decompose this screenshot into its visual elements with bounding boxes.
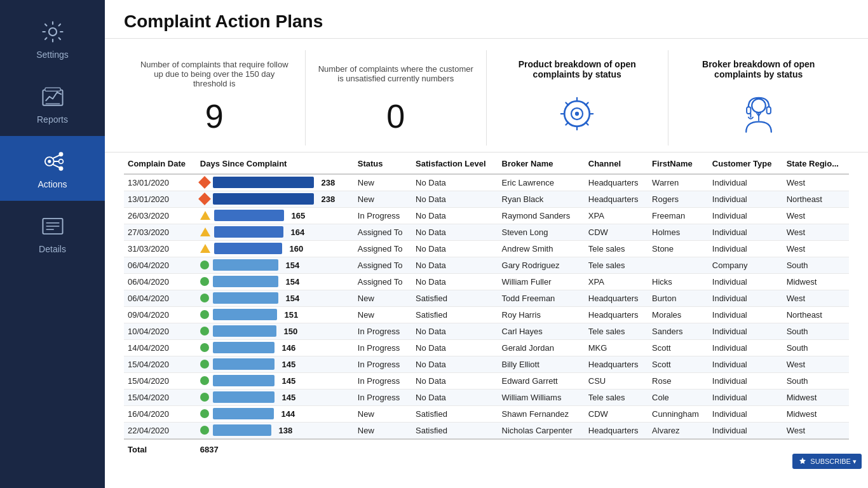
stat-product-title: Product breakdown of open complaints by …: [499, 57, 655, 82]
col-header-status[interactable]: Status: [354, 152, 412, 174]
cell-satisfaction: Satisfied: [412, 406, 498, 423]
actions-icon: [39, 147, 67, 175]
cell-satisfaction: No Data: [412, 274, 498, 290]
table-area[interactable]: Complain Date Days Since Complaint Statu…: [105, 152, 868, 488]
stat-150day-desc: Number of complaints that require follow…: [137, 57, 292, 91]
stat-unsatisfied: Number of complaints where the customer …: [306, 50, 487, 146]
footer-days-total: 6837: [196, 439, 354, 459]
cell-firstname: Holmes: [648, 224, 709, 241]
cell-broker: Gerald Jordan: [498, 340, 585, 356]
col-header-broker[interactable]: Broker Name: [498, 152, 585, 174]
main-content: Complaint Action Plans Number of complai…: [105, 0, 868, 488]
cell-date: 06/04/2020: [124, 274, 196, 290]
reports-icon: [39, 83, 67, 111]
stat-150day: Number of complaints that require follow…: [124, 50, 306, 146]
table-row: 13/01/2020 238NewNo DataEric LawrenceHea…: [124, 174, 849, 191]
cell-days: 146: [196, 340, 354, 356]
cell-firstname: Cole: [648, 390, 709, 406]
complaints-table: Complain Date Days Since Complaint Statu…: [124, 152, 849, 459]
cell-days: 164: [196, 224, 354, 241]
page-header: Complaint Action Plans: [105, 0, 868, 39]
sidebar-item-reports[interactable]: Reports: [0, 71, 105, 136]
cell-channel: Tele sales: [585, 390, 648, 406]
cell-days: 144: [196, 406, 354, 423]
sidebar-item-actions[interactable]: Actions: [0, 136, 105, 201]
cell-days: 154: [196, 274, 354, 290]
table-footer-row: Total 6837: [124, 439, 849, 459]
cell-status: Assigned To: [354, 224, 412, 241]
cell-broker: Carl Hayes: [498, 323, 585, 340]
cell-status: In Progress: [354, 390, 412, 406]
cell-region: West: [783, 356, 849, 373]
stat-150day-value: 9: [205, 97, 224, 135]
col-header-region[interactable]: State Regio...: [783, 152, 849, 174]
col-header-satisfaction[interactable]: Satisfaction Level: [412, 152, 498, 174]
svg-rect-2: [44, 88, 60, 91]
col-header-custtype[interactable]: Customer Type: [709, 152, 783, 174]
cell-satisfaction: Satisfied: [412, 290, 498, 307]
cell-broker: Raymond Sanders: [498, 208, 585, 224]
sidebar: Settings Reports A: [0, 0, 105, 488]
table-row: 15/04/2020 145In ProgressNo DataBilly El…: [124, 356, 849, 373]
cell-custtype: Individual: [709, 174, 783, 191]
cell-firstname: Hicks: [648, 274, 709, 290]
cell-firstname: [648, 257, 709, 274]
cell-days: 160: [196, 241, 354, 257]
cell-firstname: Burton: [648, 290, 709, 307]
cell-region: Northeast: [783, 191, 849, 208]
svg-line-25: [586, 102, 588, 105]
cell-broker: Todd Freeman: [498, 290, 585, 307]
cell-date: 27/03/2020: [124, 224, 196, 241]
svg-rect-29: [766, 107, 770, 114]
cell-days: 138: [196, 423, 354, 440]
stat-product-icon: [554, 88, 600, 139]
cell-status: Assigned To: [354, 257, 412, 274]
cell-satisfaction: No Data: [412, 340, 498, 356]
cell-region: West: [783, 423, 849, 440]
cell-status: New: [354, 191, 412, 208]
cell-region: South: [783, 373, 849, 390]
cell-broker: Roy Harris: [498, 307, 585, 323]
cell-status: Assigned To: [354, 274, 412, 290]
cell-region: West: [783, 241, 849, 257]
svg-point-8: [58, 152, 63, 156]
cell-firstname: Sanders: [648, 323, 709, 340]
cell-date: 09/04/2020: [124, 307, 196, 323]
cell-broker: Nicholas Carpenter: [498, 423, 585, 440]
table-body: 13/01/2020 238NewNo DataEric LawrenceHea…: [124, 174, 849, 439]
table-row: 27/03/2020 164Assigned ToNo DataSteven L…: [124, 224, 849, 241]
col-header-firstname[interactable]: FirstName: [648, 152, 709, 174]
table-row: 09/04/2020 151NewSatisfiedRoy HarrisHead…: [124, 307, 849, 323]
cell-custtype: Individual: [709, 191, 783, 208]
col-header-days[interactable]: Days Since Complaint: [196, 152, 354, 174]
stats-row: Number of complaints that require follow…: [105, 39, 868, 152]
stat-unsatisfied-desc: Number of complaints where the customer …: [318, 57, 474, 91]
sidebar-item-settings[interactable]: Settings: [0, 6, 105, 71]
table-row: 31/03/2020 160Assigned ToNo DataAndrew S…: [124, 241, 849, 257]
table-row: 06/04/2020 154Assigned ToNo DataWilliam …: [124, 274, 849, 290]
stat-product: Product breakdown of open complaints by …: [487, 50, 668, 146]
cell-date: 13/01/2020: [124, 191, 196, 208]
cell-region: South: [783, 257, 849, 274]
cell-date: 10/04/2020: [124, 323, 196, 340]
cell-broker: Shawn Fernandez: [498, 406, 585, 423]
cell-custtype: Individual: [709, 290, 783, 307]
svg-line-24: [586, 123, 588, 125]
subscribe-badge[interactable]: SUBSCRIBE ▾: [792, 454, 862, 469]
stat-broker-icon: [736, 88, 782, 139]
cell-date: 06/04/2020: [124, 290, 196, 307]
col-header-date[interactable]: Complain Date: [124, 152, 196, 174]
table-row: 10/04/2020 150In ProgressNo DataCarl Hay…: [124, 323, 849, 340]
cell-channel: Tele sales: [585, 323, 648, 340]
sidebar-item-details[interactable]: Details: [0, 201, 105, 266]
table-header-row: Complain Date Days Since Complaint Statu…: [124, 152, 849, 174]
stat-unsatisfied-value: 0: [386, 97, 405, 135]
cell-firstname: Warren: [648, 174, 709, 191]
cell-custtype: Individual: [709, 224, 783, 241]
col-header-channel[interactable]: Channel: [585, 152, 648, 174]
cell-firstname: Stone: [648, 241, 709, 257]
cell-date: 31/03/2020: [124, 241, 196, 257]
cell-satisfaction: No Data: [412, 373, 498, 390]
cell-channel: Headquarters: [585, 191, 648, 208]
table-row: 15/04/2020 145In ProgressNo DataWilliam …: [124, 390, 849, 406]
